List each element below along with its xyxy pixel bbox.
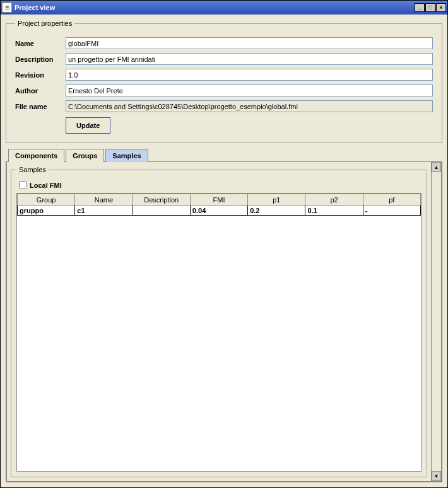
- samples-table-container: Group Name Description FMI p1 p2 pf: [16, 193, 421, 472]
- vertical-scrollbar[interactable]: ▲ ▼: [431, 162, 441, 481]
- description-label: Description: [15, 55, 66, 63]
- table-empty-area: [17, 216, 421, 471]
- tab-area: Components Groups Samples Samples Local …: [6, 148, 442, 482]
- scroll-down-arrow-icon[interactable]: ▼: [432, 471, 441, 481]
- col-name[interactable]: Name: [75, 194, 133, 206]
- description-row: Description: [15, 53, 433, 65]
- col-description[interactable]: Description: [133, 194, 190, 206]
- cell-fmi[interactable]: 0.04: [190, 206, 247, 216]
- minimize-button[interactable]: _: [415, 3, 425, 12]
- author-input[interactable]: [66, 84, 433, 96]
- tab-samples[interactable]: Samples: [105, 149, 148, 162]
- col-pf[interactable]: pf: [363, 194, 420, 206]
- filename-row: File name: [15, 100, 433, 112]
- name-label: Name: [15, 40, 66, 47]
- cell-p1[interactable]: 0.2: [248, 206, 305, 216]
- tab-components[interactable]: Components: [8, 149, 64, 162]
- name-input[interactable]: [66, 37, 433, 49]
- cell-group[interactable]: gruppo: [18, 206, 75, 216]
- samples-table: Group Name Description FMI p1 p2 pf: [17, 194, 421, 216]
- filename-input: [66, 100, 433, 112]
- revision-row: Revision: [15, 69, 433, 81]
- cell-name[interactable]: c1: [75, 206, 133, 216]
- name-row: Name: [15, 37, 433, 49]
- titlebar: ☕ Project view _ □ ×: [1, 1, 447, 15]
- description-input[interactable]: [66, 53, 433, 65]
- close-button[interactable]: ×: [436, 3, 446, 12]
- cell-p2[interactable]: 0.1: [305, 206, 363, 216]
- samples-group: Samples Local FMI Group Name: [11, 166, 427, 477]
- content-area: Project properties Name Description Revi…: [1, 15, 447, 487]
- cell-description[interactable]: [133, 206, 190, 216]
- table-header-row: Group Name Description FMI p1 p2 pf: [18, 194, 421, 206]
- local-fmi-checkbox[interactable]: [19, 181, 27, 189]
- tab-groups[interactable]: Groups: [66, 149, 104, 162]
- col-p2[interactable]: p2: [305, 194, 363, 206]
- samples-legend: Samples: [16, 166, 49, 173]
- revision-label: Revision: [15, 71, 66, 79]
- project-properties-legend: Project properties: [15, 20, 74, 27]
- col-fmi[interactable]: FMI: [190, 194, 247, 206]
- table-row[interactable]: gruppo c1 0.04 0.2 0.1 -: [18, 206, 421, 216]
- scroll-track[interactable]: [432, 172, 441, 471]
- tab-strip: Components Groups Samples: [8, 148, 442, 161]
- maximize-button[interactable]: □: [425, 3, 435, 12]
- project-properties-group: Project properties Name Description Revi…: [6, 20, 442, 143]
- update-button[interactable]: Update: [66, 117, 110, 134]
- tab-body: Samples Local FMI Group Name: [6, 161, 442, 482]
- project-view-window: ☕ Project view _ □ × Project properties …: [0, 0, 448, 488]
- col-p1[interactable]: p1: [248, 194, 305, 206]
- revision-input[interactable]: [66, 69, 433, 81]
- scroll-up-arrow-icon[interactable]: ▲: [432, 162, 441, 172]
- author-label: Author: [15, 87, 66, 95]
- window-title: Project view: [15, 4, 55, 11]
- author-row: Author: [15, 84, 433, 96]
- local-fmi-label: Local FMI: [30, 182, 62, 189]
- filename-label: File name: [15, 103, 66, 110]
- local-fmi-row: Local FMI: [19, 181, 421, 189]
- samples-panel: Samples Local FMI Group Name: [7, 162, 431, 481]
- cell-pf[interactable]: -: [363, 206, 420, 216]
- col-group[interactable]: Group: [18, 194, 75, 206]
- java-app-icon: ☕: [2, 3, 12, 13]
